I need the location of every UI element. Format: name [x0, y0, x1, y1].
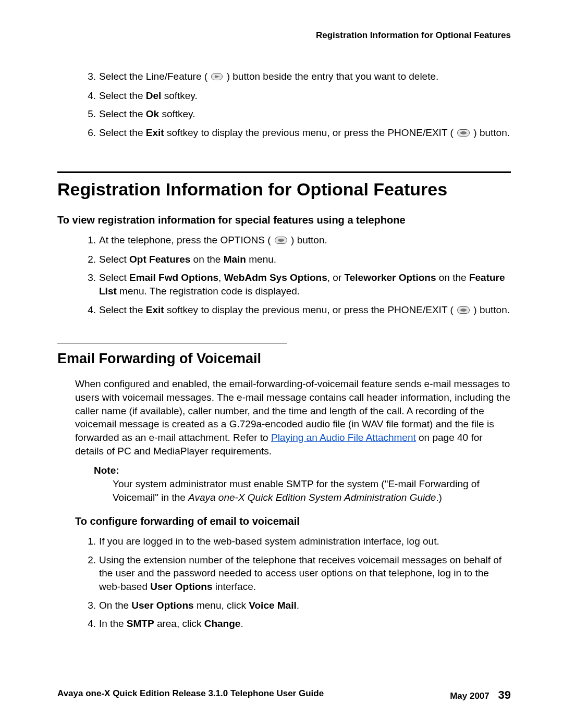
- page-number: 39: [498, 688, 511, 701]
- option-name: Email Fwd Options: [129, 272, 218, 283]
- step-text: Select the: [99, 304, 146, 315]
- step-number: 2.: [83, 553, 96, 567]
- running-header: Registration Information for Optional Fe…: [57, 30, 511, 41]
- phone-exit-button-icon: [457, 304, 470, 317]
- step-6: 6. Select the Exit softkey to display th…: [83, 126, 511, 140]
- step-number: 4.: [83, 303, 96, 317]
- step-text: Select the: [99, 127, 146, 138]
- step-text: softkey to display the previous menu, or…: [164, 304, 456, 315]
- line-feature-button-icon: [211, 70, 223, 84]
- step-text: Select: [99, 272, 129, 283]
- document-page: Registration Information for Optional Fe…: [0, 0, 563, 728]
- step-text: Select the: [99, 108, 146, 119]
- softkey-name: Exit: [146, 127, 164, 138]
- step-text: interface.: [213, 581, 256, 592]
- step-number: 4.: [83, 617, 96, 631]
- section-heading: Registration Information for Optional Fe…: [57, 179, 511, 200]
- step-text: menu.: [246, 254, 276, 265]
- step-text: On the: [99, 600, 131, 611]
- step-text: ) button.: [291, 235, 327, 245]
- section-divider: [57, 171, 511, 173]
- step-text: on the: [190, 254, 223, 265]
- subsection-divider: [57, 343, 287, 343]
- step-text: At the telephone, press the OPTIONS (: [99, 235, 274, 245]
- step-text: , or: [327, 272, 345, 283]
- option-name: WebAdm Sys Options: [224, 272, 327, 283]
- softkey-name: Ok: [146, 108, 159, 119]
- footer-right: May 2007 39: [450, 688, 511, 702]
- interface-name: User Options: [150, 581, 212, 592]
- step-5: 5. Select the Ok softkey.: [83, 107, 511, 121]
- svg-point-7: [460, 309, 467, 312]
- note-label: Note:: [94, 464, 511, 477]
- phone-exit-button-icon: [457, 127, 470, 140]
- step-text: ) button beside the entry that you want …: [227, 71, 439, 82]
- step-4: 4. Select the Del softkey.: [83, 89, 511, 103]
- softkey-name: Exit: [146, 304, 164, 315]
- footer-document-title: Avaya one-X Quick Edition Release 3.1.0 …: [57, 688, 324, 702]
- step-3: 3. Select the Line/Feature ( ) button be…: [83, 70, 511, 84]
- area-name: SMTP: [127, 618, 154, 629]
- step-text: .: [297, 600, 299, 611]
- step-number: 1.: [83, 233, 96, 247]
- button-label: Change: [204, 618, 241, 629]
- step-text: If you are logged in to the web-based sy…: [99, 536, 439, 547]
- step-1: 1. At the telephone, press the OPTIONS (…: [83, 233, 511, 248]
- step-text: Select the: [99, 90, 146, 101]
- menu-item: Opt Features: [129, 254, 190, 265]
- step-3: 3. On the User Options menu, click Voice…: [83, 599, 511, 612]
- svg-point-5: [278, 239, 284, 242]
- cross-reference-link[interactable]: Playing an Audio File Attachment: [271, 432, 416, 443]
- step-text: softkey to display the previous menu, or…: [164, 127, 456, 138]
- step-text: menu, click: [194, 600, 249, 611]
- step-text: menu. The registration code is displayed…: [117, 286, 300, 297]
- step-text: Select: [99, 254, 129, 265]
- menu-name: User Options: [131, 600, 193, 611]
- step-number: 6.: [83, 126, 96, 140]
- note-block: Note: Your system administrator must ena…: [94, 464, 511, 504]
- step-number: 1.: [83, 535, 96, 548]
- menu-item: Voice Mail: [249, 600, 297, 611]
- page-footer: Avaya one-X Quick Edition Release 3.1.0 …: [57, 688, 511, 702]
- step-number: 3.: [83, 599, 96, 612]
- step-4: 4. In the SMTP area, click Change.: [83, 617, 511, 631]
- softkey-name: Del: [146, 90, 162, 101]
- step-text: ,: [218, 272, 224, 283]
- step-number: 3.: [83, 271, 96, 285]
- step-1: 1. If you are logged in to the web-based…: [83, 535, 511, 548]
- step-text: ) button.: [473, 127, 510, 138]
- step-3: 3. Select Email Fwd Options, WebAdm Sys …: [83, 271, 511, 298]
- step-text: ) button.: [473, 304, 510, 315]
- option-name: Teleworker Options: [345, 272, 436, 283]
- step-4: 4. Select the Exit softkey to display th…: [83, 303, 511, 317]
- step-number: 3.: [83, 70, 96, 83]
- step-text: In the: [99, 618, 127, 629]
- options-button-icon: [275, 234, 287, 248]
- procedure-heading: To configure forwarding of email to voic…: [75, 515, 511, 527]
- configure-steps: 1. If you are logged in to the web-based…: [83, 535, 511, 631]
- menu-name: Main: [224, 254, 246, 265]
- step-number: 4.: [83, 89, 96, 103]
- note-text: Your system administrator must enable SM…: [113, 477, 511, 504]
- step-text: on the: [436, 272, 469, 283]
- step-text: Select the Line/Feature (: [99, 71, 207, 82]
- continuation-steps: 3. Select the Line/Feature ( ) button be…: [83, 70, 511, 140]
- step-2: 2. Select Opt Features on the Main menu.: [83, 253, 511, 266]
- step-text: area, click: [154, 618, 204, 629]
- procedure-heading: To view registration information for spe…: [57, 214, 511, 226]
- step-number: 2.: [83, 253, 96, 266]
- step-2: 2. Using the extension number of the tel…: [83, 553, 511, 594]
- registration-steps: 1. At the telephone, press the OPTIONS (…: [83, 233, 511, 317]
- step-text: softkey.: [159, 108, 195, 119]
- footer-date: May 2007: [450, 691, 489, 701]
- step-number: 5.: [83, 107, 96, 121]
- subsection-heading: Email Forwarding of Voicemail: [57, 351, 511, 367]
- svg-point-3: [460, 131, 467, 134]
- book-title: Avaya one-X Quick Edition System Adminis…: [188, 492, 436, 503]
- step-text: .: [240, 618, 243, 629]
- body-paragraph: When configured and enabled, the email-f…: [75, 377, 511, 458]
- step-text: softkey.: [161, 90, 197, 101]
